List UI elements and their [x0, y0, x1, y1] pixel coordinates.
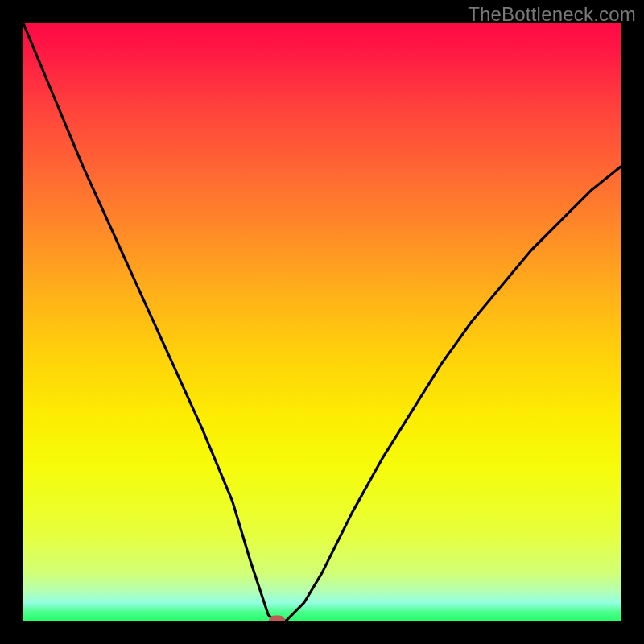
chart-frame: TheBottleneck.com: [0, 0, 644, 644]
watermark-text: TheBottleneck.com: [468, 3, 636, 26]
bottleneck-curve: [23, 23, 621, 621]
plot-area: [23, 23, 621, 621]
optimal-point-marker: [269, 616, 285, 621]
curve-layer: [23, 23, 621, 621]
